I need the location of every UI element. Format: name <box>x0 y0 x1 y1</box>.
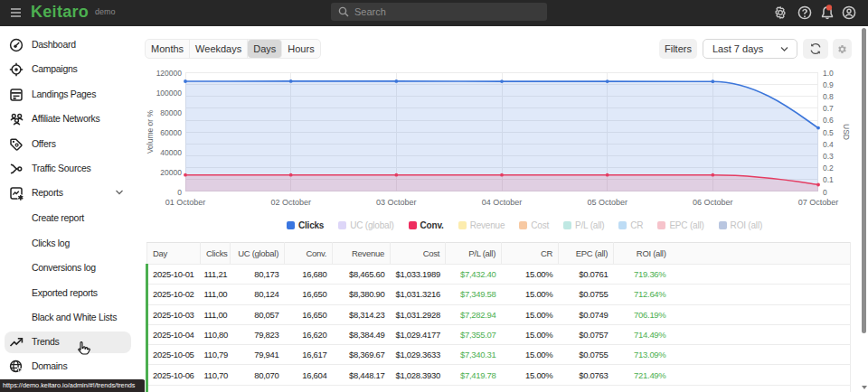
svg-text:01 October: 01 October <box>165 198 206 207</box>
svg-text:0.2: 0.2 <box>823 163 834 173</box>
svg-text:03 October: 03 October <box>376 198 417 207</box>
svg-text:40000: 40000 <box>160 148 182 157</box>
svg-text:0.9: 0.9 <box>823 80 834 89</box>
svg-text:80000: 80000 <box>160 108 182 117</box>
svg-text:0.1: 0.1 <box>823 175 834 184</box>
svg-text:0.4: 0.4 <box>823 140 834 149</box>
svg-text:0.3: 0.3 <box>823 152 834 161</box>
svg-text:60000: 60000 <box>160 128 182 137</box>
svg-text:0: 0 <box>823 188 827 197</box>
svg-text:USD: USD <box>842 124 851 140</box>
svg-text:02 October: 02 October <box>270 198 311 207</box>
svg-text:Volume or %: Volume or % <box>146 109 155 154</box>
svg-text:100000: 100000 <box>156 89 183 98</box>
svg-text:07 October: 07 October <box>798 198 839 207</box>
svg-text:20000: 20000 <box>160 168 182 177</box>
svg-text:04 October: 04 October <box>482 198 523 207</box>
svg-text:0.7: 0.7 <box>823 104 834 113</box>
svg-text:05 October: 05 October <box>587 198 627 207</box>
svg-text:06 October: 06 October <box>693 198 733 207</box>
svg-text:0: 0 <box>177 188 182 197</box>
svg-text:1.0: 1.0 <box>823 69 834 78</box>
svg-text:0.5: 0.5 <box>823 128 834 137</box>
svg-text:0.8: 0.8 <box>823 92 834 101</box>
svg-text:120000: 120000 <box>156 69 183 78</box>
svg-text:0.6: 0.6 <box>823 116 834 125</box>
